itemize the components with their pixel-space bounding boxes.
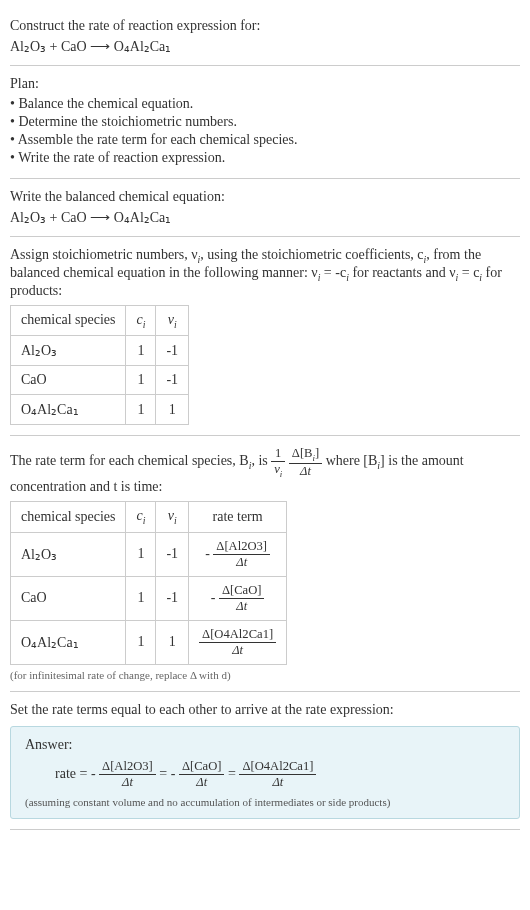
col-species: chemical species: [11, 305, 126, 336]
prompt-section: Construct the rate of reaction expressio…: [10, 8, 520, 66]
table-header-row: chemical species ci νi rate term: [11, 501, 287, 532]
balanced-title: Write the balanced chemical equation:: [10, 189, 520, 205]
table-header-row: chemical species ci νi: [11, 305, 189, 336]
plan-list: • Balance the chemical equation. • Deter…: [10, 96, 520, 166]
fraction: 1 νi: [271, 446, 285, 479]
cell-vi: -1: [156, 366, 189, 395]
equals: =: [159, 765, 170, 780]
table-row: Al₂O₃ 1 -1 - Δ[Al2O3] Δt: [11, 532, 287, 576]
denominator: Δt: [213, 555, 270, 570]
cell-species: O₄Al₂Ca₁: [11, 395, 126, 425]
fraction: Δ[Al2O3] Δt: [213, 539, 270, 570]
cell-ci: 1: [126, 532, 156, 576]
rate-label: rate =: [55, 765, 91, 780]
answer-label: Answer:: [25, 737, 505, 753]
cell-rate: Δ[O4Al2Ca1] Δt: [189, 620, 287, 664]
numerator: Δ[Al2O3]: [99, 759, 156, 775]
prompt-text: Construct the rate of reaction expressio…: [10, 18, 520, 34]
plan-item: • Balance the chemical equation.: [10, 96, 520, 112]
table-row: O₄Al₂Ca₁ 1 1: [11, 395, 189, 425]
text: , is: [251, 454, 271, 469]
text: Assign stoichiometric numbers, ν: [10, 247, 198, 262]
cell-ci: 1: [126, 620, 156, 664]
table-row: CaO 1 -1: [11, 366, 189, 395]
cell-vi: -1: [156, 532, 189, 576]
rateterm-section: The rate term for each chemical species,…: [10, 436, 520, 691]
cell-ci: 1: [126, 395, 156, 425]
plan-item: • Assemble the rate term for each chemic…: [10, 132, 520, 148]
rate-expression: rate = - Δ[Al2O3] Δt = - Δ[CaO] Δt = Δ[O…: [25, 759, 505, 790]
stoich-section: Assign stoichiometric numbers, νi, using…: [10, 237, 520, 436]
text: The rate term for each chemical species,…: [10, 454, 249, 469]
table-row: Al₂O₃ 1 -1: [11, 336, 189, 366]
fraction: Δ[Al2O3] Δt: [99, 759, 156, 790]
numerator: 1: [271, 446, 285, 462]
cell-rate: - Δ[Al2O3] Δt: [189, 532, 287, 576]
fraction: Δ[CaO] Δt: [219, 583, 265, 614]
fraction: Δ[CaO] Δt: [179, 759, 225, 790]
denominator: Δt: [239, 775, 316, 790]
neg: -: [91, 765, 96, 780]
col-vi: νi: [156, 501, 189, 532]
denominator: Δt: [199, 643, 276, 658]
rateterm-footnote: (for infinitesimal rate of change, repla…: [10, 669, 520, 681]
numerator: Δ[CaO]: [179, 759, 225, 775]
cell-species: CaO: [11, 576, 126, 620]
numerator: Δ[O4Al2Ca1]: [239, 759, 316, 775]
prompt-equation: Al₂O₃ + CaO ⟶ O₄Al₂Ca₁: [10, 38, 520, 55]
text: = c: [458, 265, 479, 280]
cell-rate: - Δ[CaO] Δt: [189, 576, 287, 620]
numerator: Δ[O4Al2Ca1]: [199, 627, 276, 643]
reaction-equation: Al₂O₃ + CaO ⟶ O₄Al₂Ca₁: [10, 210, 171, 225]
equals: =: [228, 765, 239, 780]
neg: -: [205, 545, 210, 560]
denominator: νi: [271, 462, 285, 479]
balanced-equation: Al₂O₃ + CaO ⟶ O₄Al₂Ca₁: [10, 209, 520, 226]
numerator: Δ[Bi]: [289, 446, 322, 464]
cell-ci: 1: [126, 366, 156, 395]
text: = -c: [320, 265, 346, 280]
cell-vi: -1: [156, 576, 189, 620]
stoich-intro: Assign stoichiometric numbers, νi, using…: [10, 247, 520, 299]
cell-vi: 1: [156, 395, 189, 425]
plan-section: Plan: • Balance the chemical equation. •…: [10, 66, 520, 179]
balanced-section: Write the balanced chemical equation: Al…: [10, 179, 520, 237]
stoich-table: chemical species ci νi Al₂O₃ 1 -1 CaO 1 …: [10, 305, 189, 426]
plan-title: Plan:: [10, 76, 520, 92]
text: where [B: [326, 454, 378, 469]
cell-vi: -1: [156, 336, 189, 366]
col-ci: ci: [126, 501, 156, 532]
cell-vi: 1: [156, 620, 189, 664]
col-species: chemical species: [11, 501, 126, 532]
numerator: Δ[CaO]: [219, 583, 265, 599]
rateterm-intro: The rate term for each chemical species,…: [10, 446, 520, 495]
fraction: Δ[Bi] Δt: [289, 446, 322, 479]
col-rate: rate term: [189, 501, 287, 532]
text: for reactants and ν: [349, 265, 456, 280]
neg: -: [211, 589, 216, 604]
cell-species: Al₂O₃: [11, 532, 126, 576]
col-ci: ci: [126, 305, 156, 336]
col-vi: νi: [156, 305, 189, 336]
cell-ci: 1: [126, 576, 156, 620]
final-title: Set the rate terms equal to each other t…: [10, 702, 520, 718]
cell-ci: 1: [126, 336, 156, 366]
cell-species: CaO: [11, 366, 126, 395]
cell-species: Al₂O₃: [11, 336, 126, 366]
denominator: Δt: [289, 464, 322, 479]
rateterm-table: chemical species ci νi rate term Al₂O₃ 1…: [10, 501, 287, 665]
answer-note: (assuming constant volume and no accumul…: [25, 796, 505, 808]
reaction-equation: Al₂O₃ + CaO ⟶ O₄Al₂Ca₁: [10, 39, 171, 54]
final-section: Set the rate terms equal to each other t…: [10, 692, 520, 830]
fraction: Δ[O4Al2Ca1] Δt: [199, 627, 276, 658]
text: , using the stoichiometric coefficients,…: [200, 247, 423, 262]
fraction: Δ[O4Al2Ca1] Δt: [239, 759, 316, 790]
denominator: Δt: [99, 775, 156, 790]
plan-item: • Write the rate of reaction expression.: [10, 150, 520, 166]
denominator: Δt: [179, 775, 225, 790]
cell-species: O₄Al₂Ca₁: [11, 620, 126, 664]
denominator: Δt: [219, 599, 265, 614]
numerator: Δ[Al2O3]: [213, 539, 270, 555]
plan-item: • Determine the stoichiometric numbers.: [10, 114, 520, 130]
table-row: O₄Al₂Ca₁ 1 1 Δ[O4Al2Ca1] Δt: [11, 620, 287, 664]
